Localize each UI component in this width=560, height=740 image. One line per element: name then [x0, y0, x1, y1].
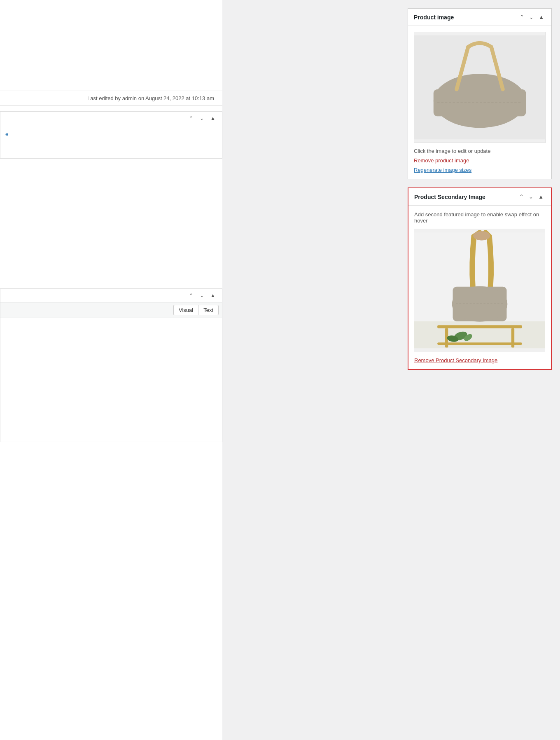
visual-tab[interactable]: Visual: [173, 305, 198, 315]
svg-point-15: [473, 231, 490, 240]
editor-tab-bar: Visual Text: [0, 302, 222, 318]
left-box-bottom: ⌃ ⌄ ▲ Visual Text: [0, 288, 222, 442]
product-image-title: Product image: [414, 14, 454, 21]
product-image-controls: ⌃ ⌄ ▲: [518, 14, 546, 21]
product-secondary-body: Add second featured image to enable swap…: [408, 206, 551, 369]
bag-svg: [414, 32, 545, 143]
product-image-ctrl-down[interactable]: ⌄: [527, 14, 535, 21]
product-secondary-panel-header: Product Secondary Image ⌃ ⌄ ▲: [408, 188, 551, 206]
product-secondary-ctrl-up[interactable]: ⌃: [518, 193, 525, 200]
regenerate-image-sizes-link[interactable]: Regenerate image sizes: [414, 167, 546, 173]
box-middle-header: ⌃ ⌄ ▲: [0, 112, 222, 125]
chevron-up-btn[interactable]: ⌃: [187, 115, 195, 122]
product-secondary-hint: Add second featured image to enable swap…: [414, 211, 545, 224]
last-edited-text: Last edited by admin on August 24, 2022 …: [87, 95, 214, 101]
remove-secondary-image-link[interactable]: Remove Product Secondary Image: [414, 357, 545, 363]
editor-area[interactable]: [0, 318, 222, 442]
svg-rect-8: [437, 325, 522, 328]
box-middle-content: e: [0, 125, 222, 158]
svg-point-17: [452, 286, 508, 322]
product-image-ctrl-up[interactable]: ⌃: [518, 14, 526, 21]
product-secondary-ctrl-down[interactable]: ⌄: [527, 193, 535, 200]
right-sidebar: Product image ⌃ ⌄ ▲: [399, 0, 560, 740]
secondary-bag-svg: [414, 229, 545, 352]
chevron-down-btn[interactable]: ⌄: [198, 115, 205, 122]
product-image-panel: Product image ⌃ ⌄ ▲: [408, 8, 552, 179]
product-image-ctrl-top[interactable]: ▲: [537, 14, 546, 21]
text-tab[interactable]: Text: [198, 305, 219, 315]
product-secondary-thumbnail[interactable]: [414, 229, 545, 352]
box-middle-link[interactable]: e: [5, 131, 8, 137]
product-image-panel-header: Product image ⌃ ⌄ ▲: [408, 9, 551, 26]
box-bottom-chevron-down[interactable]: ⌄: [198, 292, 205, 299]
arrow-up-btn[interactable]: ▲: [209, 115, 217, 122]
svg-rect-11: [437, 342, 522, 345]
product-secondary-controls: ⌃ ⌄ ▲: [518, 193, 545, 200]
product-image-thumbnail[interactable]: [414, 32, 546, 143]
last-edited-bar: Last edited by admin on August 24, 2022 …: [0, 91, 222, 106]
box-bottom-chevron-up[interactable]: ⌃: [187, 292, 195, 299]
product-image-hint: Click the image to edit or update: [414, 148, 546, 154]
product-secondary-image-panel: Product Secondary Image ⌃ ⌄ ▲ Add second…: [408, 187, 552, 370]
remove-product-image-link[interactable]: Remove product image: [414, 157, 546, 164]
product-image-body: Click the image to edit or update Remove…: [408, 26, 551, 179]
product-secondary-ctrl-top[interactable]: ▲: [537, 193, 545, 200]
product-secondary-title: Product Secondary Image: [414, 194, 485, 200]
box-bottom-header: ⌃ ⌄ ▲: [0, 289, 222, 302]
left-panel: Last edited by admin on August 24, 2022 …: [0, 0, 222, 740]
box-bottom-arrow-up[interactable]: ▲: [209, 292, 217, 299]
left-box-middle: ⌃ ⌄ ▲ e: [0, 111, 222, 159]
